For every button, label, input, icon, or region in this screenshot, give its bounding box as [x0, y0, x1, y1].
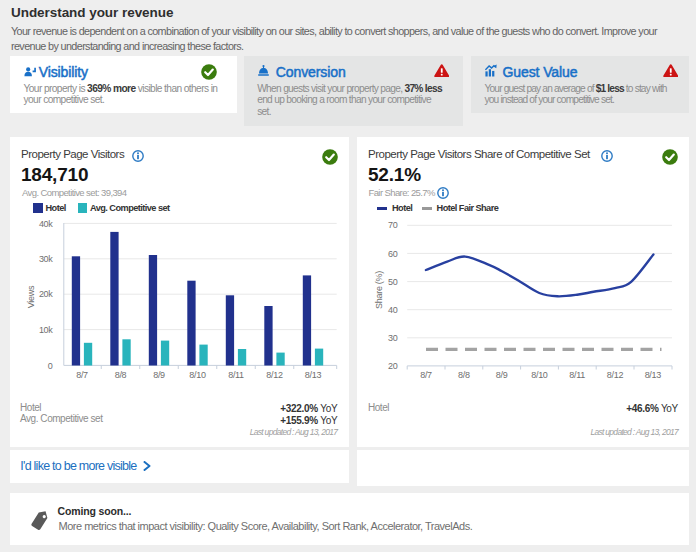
svg-text:Share (%): Share (%) — [374, 271, 384, 309]
svg-text:20k: 20k — [39, 289, 53, 299]
svg-text:8/10: 8/10 — [189, 370, 206, 380]
svg-text:40k: 40k — [39, 219, 53, 229]
svg-text:8/10: 8/10 — [531, 370, 548, 380]
svg-text:8/11: 8/11 — [569, 370, 585, 380]
svg-text:70: 70 — [388, 220, 398, 230]
svg-text:30: 30 — [388, 333, 398, 343]
svg-text:8/12: 8/12 — [266, 370, 283, 380]
svg-text:50: 50 — [388, 277, 398, 287]
svg-text:10k: 10k — [39, 325, 53, 335]
svg-text:8/7: 8/7 — [420, 370, 432, 380]
svg-text:8/13: 8/13 — [305, 370, 322, 380]
svg-text:8/12: 8/12 — [606, 370, 623, 380]
svg-text:8/8: 8/8 — [115, 370, 127, 380]
svg-text:8/8: 8/8 — [458, 370, 470, 380]
svg-text:30k: 30k — [39, 254, 53, 264]
svg-text:8/9: 8/9 — [153, 370, 165, 380]
svg-text:8/7: 8/7 — [76, 370, 88, 380]
svg-text:0: 0 — [48, 361, 53, 371]
svg-text:8/11: 8/11 — [228, 370, 244, 380]
svg-text:8/13: 8/13 — [644, 370, 661, 380]
svg-text:60: 60 — [388, 249, 398, 259]
svg-text:Views: Views — [26, 285, 36, 308]
svg-text:40: 40 — [388, 305, 398, 315]
svg-text:8/9: 8/9 — [495, 370, 507, 380]
svg-text:20: 20 — [388, 361, 398, 371]
